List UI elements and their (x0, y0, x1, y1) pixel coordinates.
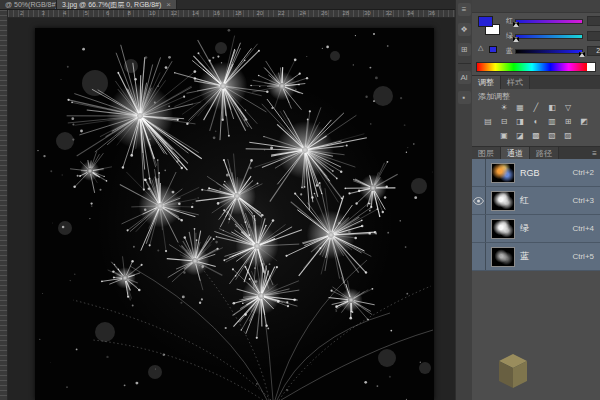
vibrance-icon[interactable]: ▽ (562, 102, 575, 113)
clone-source-icon[interactable]: ⊞ (458, 43, 471, 56)
horizontal-ruler[interactable]: 2345681012141618202224262830323436 (8, 10, 455, 18)
dock-separator (458, 63, 471, 64)
ruler-number: 26 (321, 10, 328, 16)
channel-row-蓝[interactable]: 蓝Ctrl+5 (472, 243, 600, 271)
document-tabbar: @ 50%(RGB/8#)3.jpg @ 66.7%(图层 0, RGB/8#)… (0, 0, 455, 10)
spectrum-gradient[interactable] (477, 63, 587, 71)
channel-name: 绿 (520, 222, 572, 235)
vertical-ruler[interactable] (0, 10, 8, 400)
panel-menu-icon[interactable]: ≡ (592, 149, 597, 158)
ruler-number: 16 (214, 10, 221, 16)
posterize-icon[interactable]: ▣ (498, 130, 511, 141)
ruler-number: 4 (63, 10, 66, 16)
channels-panel: 图层通道路径≡ RGBCtrl+2红Ctrl+3绿Ctrl+4蓝Ctrl+5 (472, 146, 600, 400)
levels-icon[interactable]: ▦ (514, 102, 527, 113)
color-panel: △ 红0绿0蓝255 (472, 0, 600, 75)
channel-row-红[interactable]: 红Ctrl+3 (472, 187, 600, 215)
slider-thumb[interactable] (513, 37, 519, 42)
spectrum-white-swatch[interactable] (587, 63, 595, 71)
adjustment-row: ▤⊟◨◐▥⊞◩ (472, 116, 600, 127)
black-white-icon[interactable]: ◨ (514, 116, 527, 127)
channel-name: 蓝 (520, 250, 572, 263)
invert-icon[interactable]: ◩ (578, 116, 591, 127)
slider-track[interactable] (515, 49, 583, 54)
slider-thumb[interactable] (513, 22, 519, 27)
channel-shortcut: Ctrl+4 (572, 224, 594, 233)
collapse-to-icons-icon[interactable]: ≡ (458, 3, 471, 16)
photo-filter-icon[interactable]: ◐ (530, 116, 543, 127)
notes-icon[interactable]: ▪ (458, 91, 471, 104)
right-panel-column: △ 红0绿0蓝255 调整样式 添加调整 ☀▦╱◧▽▤⊟◨◐▥⊞◩▣◪▩▧▨ 图… (472, 0, 600, 400)
gradient-map-icon[interactable]: ▩ (530, 130, 543, 141)
slider-value[interactable]: 0 (587, 31, 600, 41)
document-tab-label: @ 50%(RGB/8#) (5, 0, 57, 9)
fireworks-photo (35, 28, 434, 400)
slider-track[interactable] (515, 19, 583, 24)
color-balance-icon[interactable]: ⊟ (498, 116, 511, 127)
ruler-number: 36 (429, 10, 436, 16)
canvas-workspace (8, 18, 455, 400)
tab-close-icon[interactable]: × (166, 0, 171, 9)
channels-panel-tabs: 图层通道路径≡ (472, 146, 600, 160)
color-slider-row-蓝: 蓝255 (506, 45, 600, 57)
ruler-number: 3 (42, 10, 45, 16)
add-adjustment-label: 添加调整 (478, 91, 510, 102)
eye-toggle-well[interactable] (472, 243, 486, 270)
ruler-number: 32 (386, 10, 393, 16)
channel-name: RGB (520, 168, 572, 178)
ruler-number: 10 (149, 10, 156, 16)
color-slider-row-绿: 绿0 (506, 30, 600, 42)
adjustments-tab-样式[interactable]: 样式 (501, 76, 530, 89)
slider-value[interactable]: 255 (587, 46, 600, 56)
channel-thumbnail (491, 163, 515, 183)
ruler-number: 24 (300, 10, 307, 16)
ruler-number: 30 (364, 10, 371, 16)
brightness-contrast-icon[interactable]: ☀ (498, 102, 511, 113)
adjustments-panel-tabs: 调整样式 (472, 75, 600, 89)
channel-thumbnail (491, 247, 515, 267)
channel-name: 红 (520, 194, 572, 207)
color-spectrum-ramp[interactable] (476, 62, 596, 72)
ruler-number: 14 (192, 10, 199, 16)
threshold-icon[interactable]: ◪ (514, 130, 527, 141)
slider-value[interactable]: 0 (587, 16, 600, 26)
slider-thumb[interactable] (579, 52, 585, 57)
collapsed-panel-dock: ≡❖⊞Al▪ (455, 0, 472, 400)
channel-mixer-icon[interactable]: ▥ (546, 116, 559, 127)
adjustment-row: ☀▦╱◧▽ (472, 102, 600, 113)
exposure-icon[interactable]: ◧ (546, 102, 559, 113)
foreground-color-swatch[interactable] (478, 16, 493, 27)
slider-label: 蓝 (506, 46, 515, 56)
channel-thumbnail (491, 191, 515, 211)
canvas-fireworks-image[interactable] (35, 28, 434, 400)
ruler-number: 6 (106, 10, 109, 16)
adjustments-tab-调整[interactable]: 调整 (472, 76, 501, 89)
document-tab-1[interactable]: 3.jpg @ 66.7%(图层 0, RGB/8#)× (57, 0, 177, 9)
document-tab-label: 3.jpg @ 66.7%(图层 0, RGB/8#) (62, 0, 161, 9)
channel-shortcut: Ctrl+2 (572, 168, 594, 177)
ruler-number: 28 (343, 10, 350, 16)
channel-row-绿[interactable]: 绿Ctrl+4 (472, 215, 600, 243)
eye-toggle-well[interactable] (472, 159, 486, 186)
ai-panel-icon[interactable]: Al (458, 71, 471, 84)
color-lookup-icon[interactable]: ⊞ (562, 116, 575, 127)
ruler-number: 22 (278, 10, 285, 16)
ruler-number: 12 (171, 10, 178, 16)
eye-toggle-well[interactable] (472, 215, 486, 242)
channel-row-RGB[interactable]: RGBCtrl+2 (472, 159, 600, 187)
channel-list: RGBCtrl+2红Ctrl+3绿Ctrl+4蓝Ctrl+5 (472, 159, 600, 271)
document-tab-0[interactable]: @ 50%(RGB/8#) (0, 0, 57, 9)
websafe-color-box[interactable] (489, 46, 497, 53)
gamut-warning-icon[interactable]: △ (478, 44, 483, 52)
hue-saturation-icon[interactable]: ▤ (482, 116, 495, 127)
solid-color-icon[interactable]: ▨ (562, 130, 575, 141)
brush-presets-icon[interactable]: ❖ (458, 23, 471, 36)
visibility-eye-icon (473, 197, 484, 205)
ruler-number: 18 (235, 10, 242, 16)
ruler-number: 5 (85, 10, 88, 16)
eye-toggle-well[interactable] (472, 187, 486, 214)
curves-icon[interactable]: ╱ (530, 102, 543, 113)
slider-track[interactable] (515, 34, 583, 39)
selective-color-icon[interactable]: ▧ (546, 130, 559, 141)
photoshop-window: @ 50%(RGB/8#)3.jpg @ 66.7%(图层 0, RGB/8#)… (0, 0, 600, 400)
